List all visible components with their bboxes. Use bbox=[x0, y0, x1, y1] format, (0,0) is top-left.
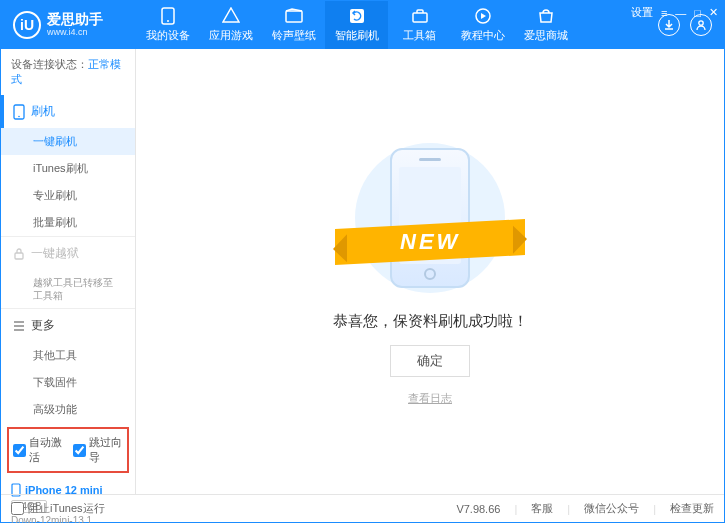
sidebar-section-flash[interactable]: 刷机 bbox=[1, 95, 135, 128]
apps-icon bbox=[222, 7, 240, 25]
section-label: 一键越狱 bbox=[31, 245, 79, 262]
settings-label[interactable]: 设置 bbox=[631, 5, 653, 20]
close-icon[interactable]: ✕ bbox=[709, 6, 718, 19]
wechat-link[interactable]: 微信公众号 bbox=[584, 501, 639, 516]
sidebar-item-advanced[interactable]: 高级功能 bbox=[1, 396, 135, 423]
nav-tools[interactable]: 工具箱 bbox=[388, 1, 451, 49]
logo: iU 爱思助手 www.i4.cn bbox=[1, 11, 136, 39]
connection-status: 设备连接状态：正常模式 bbox=[1, 49, 135, 95]
svg-rect-2 bbox=[286, 11, 302, 22]
skip-guide-checkbox[interactable]: 跳过向导 bbox=[73, 435, 123, 465]
sidebar-item-itunes[interactable]: iTunes刷机 bbox=[1, 155, 135, 182]
titlebar: iU 爱思助手 www.i4.cn 我的设备 应用游戏 铃声壁纸 智能刷机 bbox=[1, 1, 724, 49]
app-name: 爱思助手 bbox=[47, 12, 103, 27]
section-label: 刷机 bbox=[31, 103, 55, 120]
success-message: 恭喜您，保资料刷机成功啦！ bbox=[333, 312, 528, 331]
nav-label: 智能刷机 bbox=[335, 28, 379, 43]
svg-point-1 bbox=[167, 20, 169, 22]
block-itunes-checkbox[interactable]: 阻止iTunes运行 bbox=[11, 501, 105, 516]
lock-icon bbox=[13, 247, 25, 261]
auto-activate-checkbox[interactable]: 自动激活 bbox=[13, 435, 63, 465]
section-label: 更多 bbox=[31, 317, 55, 334]
nav-tutorial[interactable]: 教程中心 bbox=[451, 1, 514, 49]
media-icon bbox=[285, 7, 303, 25]
maximize-icon[interactable]: □ bbox=[694, 7, 701, 19]
sidebar-section-jailbreak[interactable]: 一键越狱 bbox=[1, 237, 135, 270]
ok-button[interactable]: 确定 bbox=[390, 345, 470, 377]
sidebar-item-batch[interactable]: 批量刷机 bbox=[1, 209, 135, 236]
options-box: 自动激活 跳过向导 bbox=[7, 427, 129, 473]
check-update-link[interactable]: 检查更新 bbox=[670, 501, 714, 516]
sidebar-item-one-key[interactable]: 一键刷机 bbox=[1, 128, 135, 155]
phone-icon bbox=[13, 104, 25, 120]
nav-my-device[interactable]: 我的设备 bbox=[136, 1, 199, 49]
nav-label: 我的设备 bbox=[146, 28, 190, 43]
nav-media[interactable]: 铃声壁纸 bbox=[262, 1, 325, 49]
feedback-icon[interactable]: ≡ bbox=[661, 7, 667, 19]
sidebar-item-pro[interactable]: 专业刷机 bbox=[1, 182, 135, 209]
app-url: www.i4.cn bbox=[47, 28, 103, 38]
minimize-icon[interactable]: — bbox=[675, 7, 686, 19]
tools-icon bbox=[411, 7, 429, 25]
tutorial-icon bbox=[474, 7, 492, 25]
success-illustration: NEW bbox=[345, 138, 515, 298]
flash-icon bbox=[348, 7, 366, 25]
nav-label: 铃声壁纸 bbox=[272, 28, 316, 43]
nav-label: 教程中心 bbox=[461, 28, 505, 43]
logo-icon: iU bbox=[13, 11, 41, 39]
view-log-link[interactable]: 查看日志 bbox=[408, 391, 452, 406]
sidebar-item-other-tools[interactable]: 其他工具 bbox=[1, 342, 135, 369]
svg-point-6 bbox=[699, 21, 703, 25]
nav-shop[interactable]: 爱思商城 bbox=[514, 1, 577, 49]
device-icon bbox=[159, 7, 177, 25]
jailbreak-note: 越狱工具已转移至 工具箱 bbox=[1, 270, 135, 308]
nav-label: 应用游戏 bbox=[209, 28, 253, 43]
version-label: V7.98.66 bbox=[456, 503, 500, 515]
nav-label: 工具箱 bbox=[403, 28, 436, 43]
service-link[interactable]: 客服 bbox=[531, 501, 553, 516]
svg-rect-4 bbox=[413, 13, 427, 22]
sidebar-section-more[interactable]: 更多 bbox=[1, 309, 135, 342]
svg-point-8 bbox=[18, 115, 20, 117]
top-nav: 我的设备 应用游戏 铃声壁纸 智能刷机 工具箱 教程中心 bbox=[136, 1, 646, 49]
svg-rect-9 bbox=[15, 253, 23, 259]
sidebar: 设备连接状态：正常模式 刷机 一键刷机 iTunes刷机 专业刷机 批量刷机 一… bbox=[1, 49, 136, 494]
svg-rect-3 bbox=[350, 9, 364, 23]
main-content: NEW 恭喜您，保资料刷机成功啦！ 确定 查看日志 bbox=[136, 49, 724, 494]
shop-icon bbox=[537, 7, 555, 25]
nav-apps[interactable]: 应用游戏 bbox=[199, 1, 262, 49]
list-icon bbox=[13, 320, 25, 332]
nav-label: 爱思商城 bbox=[524, 28, 568, 43]
footer: 阻止iTunes运行 V7.98.66| 客服| 微信公众号| 检查更新 bbox=[1, 494, 724, 522]
nav-flash[interactable]: 智能刷机 bbox=[325, 1, 388, 49]
sidebar-item-download-fw[interactable]: 下载固件 bbox=[1, 369, 135, 396]
